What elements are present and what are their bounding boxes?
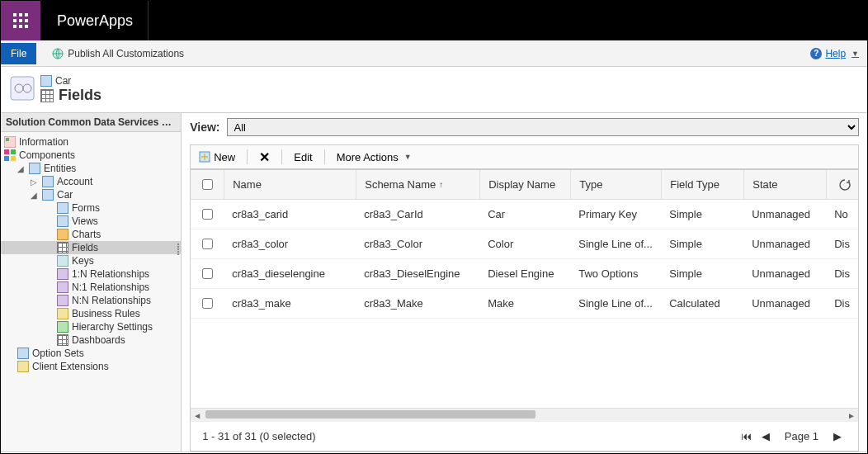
sidebar-label: N:1 Relationships bbox=[72, 281, 149, 293]
cell-name: cr8a3_dieselengine bbox=[224, 259, 356, 288]
scroll-right-icon[interactable]: ► bbox=[845, 409, 858, 422]
sidebar-label: Components bbox=[19, 149, 75, 161]
more-actions-label: More Actions bbox=[337, 151, 399, 163]
solution-header: Solution Common Data Services Defaul... bbox=[1, 113, 181, 132]
entity-gear-icon bbox=[9, 75, 35, 102]
sidebar-label: Option Sets bbox=[32, 348, 84, 359]
collapse-icon[interactable]: ◢ bbox=[31, 191, 39, 200]
first-page-button[interactable]: ⏮ bbox=[736, 430, 757, 442]
cell-state: Unmanaged bbox=[743, 289, 826, 318]
sidebar-item-entities[interactable]: ◢ Entities bbox=[1, 162, 181, 175]
column-header-name[interactable]: Name bbox=[224, 170, 356, 199]
collapse-icon[interactable]: ◢ bbox=[17, 164, 26, 173]
cell-state: Unmanaged bbox=[743, 200, 826, 229]
column-header-display[interactable]: Display Name bbox=[479, 170, 570, 199]
help-link[interactable]: ? Help ▼ bbox=[802, 48, 867, 59]
cell-display: Make bbox=[479, 289, 570, 318]
select-all-checkbox[interactable] bbox=[202, 179, 213, 190]
sidebar-item-fields[interactable]: Fields bbox=[1, 241, 181, 254]
sidebar-item-forms[interactable]: Forms bbox=[1, 201, 181, 215]
keys-icon bbox=[57, 255, 68, 267]
svg-rect-0 bbox=[13, 13, 17, 17]
column-header-type[interactable]: Type bbox=[570, 170, 661, 199]
table-row[interactable]: cr8a3_colorcr8a3_ColorColorSingle Line o… bbox=[191, 229, 858, 259]
sidebar-label: Keys bbox=[72, 255, 94, 267]
sidebar-label: Entities bbox=[44, 163, 76, 174]
cell-last: Dis bbox=[826, 229, 858, 258]
sidebar-resize-handle[interactable] bbox=[176, 237, 181, 262]
publish-all-label: Publish All Customizations bbox=[68, 48, 184, 59]
pager-summary: 1 - 31 of 31 (0 selected) bbox=[202, 430, 315, 442]
sidebar-label: N:N Relationships bbox=[72, 295, 151, 306]
info-card-icon bbox=[4, 136, 16, 148]
views-icon bbox=[57, 215, 68, 227]
waffle-icon bbox=[13, 13, 28, 28]
new-label: New bbox=[214, 151, 235, 163]
more-actions-button[interactable]: More Actions ▼ bbox=[328, 148, 420, 167]
new-button[interactable]: New bbox=[191, 148, 243, 167]
sidebar-item-views[interactable]: Views bbox=[1, 215, 181, 228]
sidebar-item-account[interactable]: ▷ Account bbox=[1, 175, 181, 188]
svg-rect-7 bbox=[19, 25, 22, 28]
components-icon bbox=[4, 149, 16, 161]
svg-rect-3 bbox=[13, 19, 17, 22]
svg-rect-16 bbox=[11, 149, 16, 154]
sidebar-label: Forms bbox=[72, 202, 100, 214]
sidebar-item-nn-relationships[interactable]: N:N Relationships bbox=[1, 294, 181, 307]
cell-fieldtype: Simple bbox=[661, 200, 743, 229]
app-title: PowerApps bbox=[40, 12, 133, 30]
next-page-button[interactable]: ▶ bbox=[828, 430, 847, 442]
svg-rect-2 bbox=[25, 13, 28, 17]
sidebar-item-dashboards[interactable]: Dashboards bbox=[1, 333, 181, 347]
svg-rect-5 bbox=[25, 19, 28, 22]
scroll-left-icon[interactable]: ◄ bbox=[191, 409, 204, 422]
cell-last: Dis bbox=[826, 289, 858, 318]
svg-rect-18 bbox=[11, 156, 16, 161]
breadcrumb: Car bbox=[55, 75, 71, 87]
column-header-fieldtype[interactable]: Field Type bbox=[661, 170, 743, 199]
sort-asc-icon: ↑ bbox=[439, 180, 443, 189]
expand-icon[interactable]: ▷ bbox=[31, 177, 39, 187]
publish-all-button[interactable]: Publish All Customizations bbox=[46, 45, 189, 62]
sidebar-item-information[interactable]: Information bbox=[1, 135, 181, 149]
sidebar-item-1n-relationships[interactable]: 1:N Relationships bbox=[1, 267, 181, 281]
row-checkbox[interactable] bbox=[202, 239, 213, 249]
grid-toolbar: New ✕ Edit More Actions ▼ bbox=[190, 144, 859, 169]
scrollbar-thumb[interactable] bbox=[205, 410, 535, 419]
row-checkbox[interactable] bbox=[202, 209, 213, 220]
grid-header-row: Name Schema Name↑ Display Name Type Fiel… bbox=[191, 170, 858, 200]
refresh-icon bbox=[838, 178, 851, 192]
sidebar-item-keys[interactable]: Keys bbox=[1, 254, 181, 267]
column-header-state[interactable]: State bbox=[743, 170, 826, 199]
edit-button[interactable]: Edit bbox=[285, 148, 320, 167]
sidebar-item-components[interactable]: Components bbox=[1, 149, 181, 162]
app-header: PowerApps bbox=[1, 1, 867, 40]
prev-page-button[interactable]: ◀ bbox=[757, 430, 775, 442]
svg-rect-10 bbox=[11, 77, 34, 100]
cell-last: No bbox=[826, 200, 858, 229]
horizontal-scrollbar[interactable]: ◄ ► bbox=[191, 408, 858, 421]
cell-last: Dis bbox=[826, 259, 858, 288]
sidebar-item-client-extensions[interactable]: Client Extensions bbox=[1, 360, 181, 373]
row-checkbox[interactable] bbox=[202, 268, 213, 279]
delete-button[interactable]: ✕ bbox=[251, 146, 278, 168]
column-header-schema[interactable]: Schema Name↑ bbox=[356, 170, 479, 199]
table-row[interactable]: cr8a3_dieselenginecr8a3_DieselEngineDies… bbox=[191, 259, 858, 289]
sidebar-item-car[interactable]: ◢ Car bbox=[1, 188, 181, 201]
cell-name: cr8a3_make bbox=[224, 289, 356, 318]
fields-icon bbox=[40, 89, 54, 102]
row-checkbox[interactable] bbox=[202, 298, 213, 309]
sidebar-item-hierarchy[interactable]: Hierarchy Settings bbox=[1, 320, 181, 333]
sidebar-item-charts[interactable]: Charts bbox=[1, 228, 181, 241]
file-menu-button[interactable]: File bbox=[1, 43, 36, 64]
table-row[interactable]: cr8a3_makecr8a3_MakeMakeSingle Line of..… bbox=[191, 289, 858, 319]
sidebar-label: Account bbox=[57, 176, 92, 187]
sidebar-item-n1-relationships[interactable]: N:1 Relationships bbox=[1, 281, 181, 294]
svg-rect-4 bbox=[19, 19, 22, 22]
table-row[interactable]: cr8a3_caridcr8a3_CarIdCarPrimary KeySimp… bbox=[191, 200, 858, 229]
view-select[interactable]: All bbox=[227, 118, 859, 136]
sidebar-item-option-sets[interactable]: Option Sets bbox=[1, 347, 181, 360]
refresh-button[interactable] bbox=[837, 177, 853, 193]
app-launcher-button[interactable] bbox=[1, 1, 40, 40]
sidebar-item-business-rules[interactable]: Business Rules bbox=[1, 307, 181, 320]
